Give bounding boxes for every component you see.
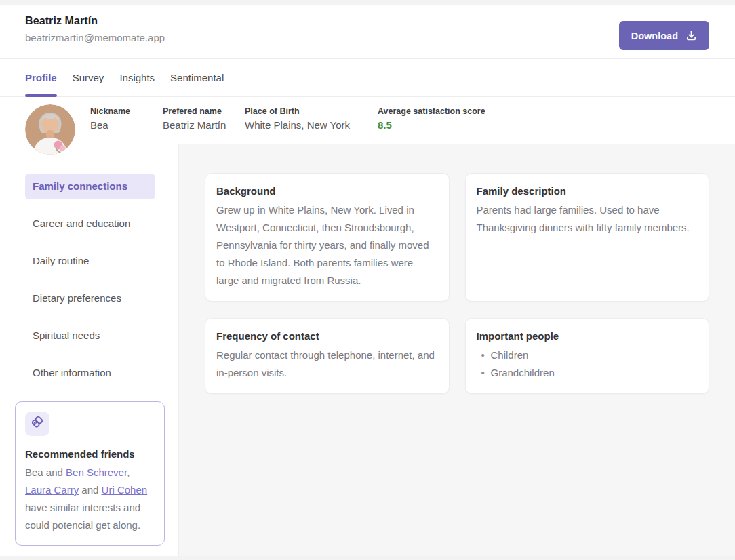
field-nickname: Nickname Bea — [90, 106, 163, 131]
sidebar-item-dietary-preferences[interactable]: Dietary preferences — [25, 279, 178, 317]
download-button[interactable]: Download — [619, 21, 709, 50]
profile-window: Beatriz Martín beatrizmartin@memomate.ap… — [0, 5, 735, 556]
tab-sentimental[interactable]: Sentimental — [170, 59, 224, 96]
recommended-friends-card: Recommended friends Bea and Ben Schrever… — [15, 401, 165, 546]
card-important-people: Important people Children Grandchildren — [465, 318, 710, 394]
sidebar-item-family-connections[interactable]: Family connections — [25, 167, 178, 205]
download-icon — [686, 30, 697, 41]
profile-summary-bar: Nickname Bea Prefered name Beatriz Martí… — [0, 97, 735, 144]
handshake-icon — [30, 415, 45, 433]
page-header: Beatriz Martín beatrizmartin@memomate.ap… — [0, 5, 735, 59]
satisfaction-score-value: 8.5 — [378, 119, 485, 131]
sidebar-item-other-information[interactable]: Other information — [25, 354, 178, 391]
sidebar-item-career-education[interactable]: Career and education — [25, 205, 178, 242]
friend-link-uri-cohen[interactable]: Uri Cohen — [102, 484, 148, 496]
recommended-friends-text: Bea and Ben Schrever, Laura Carry and Ur… — [25, 464, 155, 534]
tab-survey[interactable]: Survey — [73, 59, 104, 96]
card-family-description: Family description Parents had large fam… — [465, 173, 710, 302]
page-title: Beatriz Martín — [25, 15, 709, 27]
download-button-label: Download — [631, 31, 678, 41]
field-place-of-birth: Place of Birth White Plains, New York — [245, 106, 378, 131]
important-people-list: Children Grandchildren — [477, 346, 698, 382]
friend-link-laura-carry[interactable]: Laura Carry — [25, 484, 79, 496]
friend-link-ben-schrever[interactable]: Ben Schrever — [66, 466, 127, 478]
card-frequency-of-contact: Frequency of contact Regular contact thr… — [205, 318, 450, 394]
list-item: Children — [477, 346, 698, 364]
recommended-friends-title: Recommended friends — [25, 448, 155, 460]
field-satisfaction-score: Average satisfaction score 8.5 — [378, 106, 485, 131]
card-background: Background Grew up in White Plains, New … — [205, 173, 450, 302]
profile-fields: Nickname Bea Prefered name Beatriz Martí… — [0, 97, 735, 131]
user-email: beatrizmartin@memomate.app — [25, 32, 709, 43]
tab-profile[interactable]: Profile — [25, 59, 57, 96]
sidebar-item-spiritual-needs[interactable]: Spiritual needs — [25, 317, 178, 354]
main-content: Background Grew up in White Plains, New … — [179, 144, 735, 556]
list-item: Grandchildren — [477, 364, 698, 382]
sidebar: Family connections Career and education … — [0, 144, 179, 556]
sidebar-item-daily-routine[interactable]: Daily routine — [25, 242, 178, 279]
field-preferred-name: Prefered name Beatriz Martín — [163, 106, 245, 131]
tab-bar: Profile Survey Insights Sentimental — [0, 59, 735, 97]
handshake-icon-tile — [25, 412, 49, 436]
avatar — [25, 104, 75, 155]
tab-insights[interactable]: Insights — [119, 59, 155, 96]
